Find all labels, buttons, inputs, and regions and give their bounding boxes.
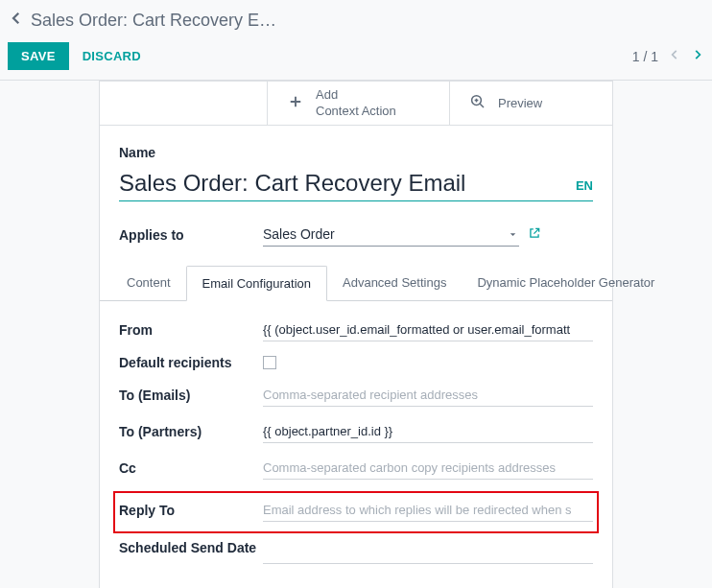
tab-content[interactable]: Content [111,266,186,300]
cc-label: Cc [119,460,263,476]
scheduled-send-date-label: Scheduled Send Date [119,539,263,556]
discard-button[interactable]: DISCARD [69,42,154,70]
default-recipients-label: Default recipients [119,355,263,370]
add-context-action-button[interactable]: Add Context Action [267,82,449,125]
to-partners-input[interactable] [263,420,593,443]
preview-button[interactable]: Preview [449,82,612,125]
tab-email-configuration[interactable]: Email Configuration [186,266,327,301]
sheet-toolbar: Add Context Action Preview [100,82,612,126]
pager: 1 / 1 [632,48,704,65]
cc-input[interactable] [263,457,593,480]
name-label: Name [119,145,263,160]
pager-text: 1 / 1 [632,49,658,64]
from-input[interactable] [263,318,593,341]
notebook-tabs: Content Email Configuration Advanced Set… [100,266,612,301]
breadcrumb: Sales Order: Cart Recovery E… [0,0,712,36]
applies-to-input[interactable] [263,223,519,247]
reply-to-input[interactable] [263,499,593,522]
breadcrumb-title: Sales Order: Cart Recovery E… [31,11,276,31]
to-emails-input[interactable] [263,384,593,407]
pager-prev-icon[interactable] [668,48,681,65]
add-label-bottom: Context Action [316,104,396,120]
reply-to-highlight: Reply To [113,491,599,533]
tab-advanced-settings[interactable]: Advanced Settings [327,266,462,300]
default-recipients-checkbox[interactable] [263,356,276,369]
plus-icon [287,93,304,113]
magnify-plus-icon [469,93,487,113]
applies-to-label: Applies to [119,227,263,243]
chevron-down-icon[interactable] [508,226,518,244]
name-input[interactable] [119,168,564,200]
pager-next-icon[interactable] [691,48,704,65]
reply-to-label: Reply To [119,503,263,518]
external-link-icon[interactable] [528,226,541,244]
save-button[interactable]: SAVE [8,42,69,70]
form-sheet: Add Context Action Preview Name EN [99,81,613,588]
language-badge[interactable]: EN [576,178,593,200]
action-bar: SAVE DISCARD 1 / 1 [0,36,712,81]
add-label-top: Add [316,87,396,104]
toolbar-spacer [100,82,267,125]
scheduled-send-date-input[interactable] [263,541,593,564]
to-partners-label: To (Partners) [119,424,263,439]
from-label: From [119,322,263,338]
preview-label: Preview [498,96,542,110]
tab-dynamic-placeholder[interactable]: Dynamic Placeholder Generator [462,266,670,300]
to-emails-label: To (Emails) [119,388,263,403]
back-arrow-icon[interactable] [8,10,25,31]
